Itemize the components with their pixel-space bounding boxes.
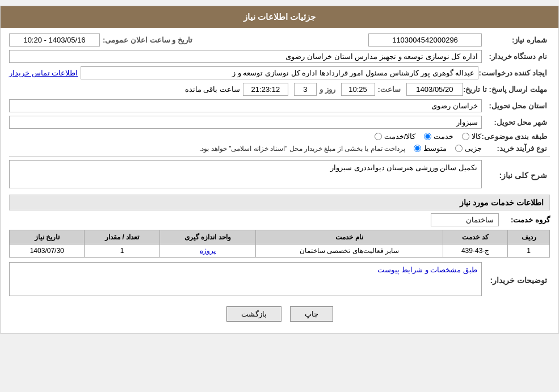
creator-value: عبداله گوهری پور کارشناس مسئول امور قرار… [81, 66, 478, 79]
purchase-option-1-label: متوسط [423, 144, 447, 153]
category-row: طبقه بندی موضوعی: کالا/خدمت خدمت کالا [9, 132, 550, 141]
category-label: طبقه بندی موضوعی: [481, 132, 550, 141]
buyer-notes-value: طبق مشخصات و شرایط پیوست [377, 265, 477, 274]
creator-row: ایجاد کننده درخواست: عبداله گوهری پور کا… [9, 66, 550, 79]
page-wrapper: جزئیات اطلاعات نیاز شماره نیاز: 11030045… [0, 6, 559, 334]
col-unit: واحد اندازه گیری [159, 230, 256, 245]
buyer-org-label: نام دستگاه خریدار: [482, 52, 550, 61]
category-option-1-label: کالا/خدمت [384, 132, 416, 141]
page-title: جزئیات اطلاعات نیاز [243, 12, 316, 22]
back-button[interactable]: بازگشت [226, 306, 281, 322]
col-name: نام خدمت [256, 230, 443, 245]
city-row: شهر محل تحویل: سبزوار [9, 116, 550, 129]
order-number-row: شماره نیاز: 1103004542000296 تاریخ و ساع… [9, 33, 550, 47]
buyer-notes-label: توضیحات خریدار: [482, 276, 550, 285]
purchase-option-1: متوسط [414, 144, 447, 153]
purchase-radio-1[interactable] [414, 145, 421, 152]
description-value: تکمیل سالن ورزشی هنرستان دیوانددری سبزوا… [330, 163, 477, 172]
category-option-3: کالا [462, 132, 481, 141]
category-option-3-label: کالا [472, 132, 481, 141]
send-countdown-value: 21:23:12 [243, 83, 288, 96]
services-table: ردیف کد خدمت نام خدمت واحد اندازه گیری ت… [9, 230, 550, 258]
col-code: کد خدمت [443, 230, 508, 245]
purchase-option-2: جزیی [455, 144, 482, 153]
service-group-row: گروه خدمت: ساختمان [9, 213, 550, 226]
category-option-2: خدمت [424, 132, 453, 141]
buttons-row: چاپ بازگشت [9, 306, 550, 322]
divider-1 [9, 156, 550, 157]
buyer-org-row: نام دستگاه خریدار: اداره کل نوسازی توسعه… [9, 50, 550, 63]
purchase-type-label: نوع فرآیند خرید: [482, 144, 550, 153]
service-group-label: گروه خدمت: [505, 216, 550, 224]
creator-label: ایجاد کننده درخواست: [478, 69, 550, 77]
cell-row: 1 [508, 245, 550, 258]
order-number-value: 1103004542000296 [368, 33, 482, 47]
send-date-value: 1403/05/20 [406, 83, 463, 96]
send-date-label: مهلت ارسال پاسخ: تا تاریخ: [463, 85, 550, 94]
table-header-row: ردیف کد خدمت نام خدمت واحد اندازه گیری ت… [10, 230, 550, 245]
col-row: ردیف [508, 230, 550, 245]
service-group-value: ساختمان [431, 213, 499, 226]
buyer-notes-row: توضیحات خریدار: طبق مشخصات و شرایط پیوست [9, 262, 550, 298]
purchase-type-row: نوع فرآیند خرید: متوسط جزیی پرداخت تمام … [9, 144, 550, 153]
buyer-org-value: اداره کل نوسازی توسعه و تجهیز مدارس استا… [9, 50, 482, 63]
page-header: جزئیات اطلاعات نیاز [1, 6, 558, 28]
city-value: سبزوار [9, 116, 482, 129]
province-row: استان محل تحویل: خراسان رضوی [9, 99, 550, 112]
cell-unit[interactable]: پروژه [159, 245, 256, 258]
cell-code: ج-43-439 [443, 245, 508, 258]
purchase-option-2-label: جزیی [465, 144, 482, 153]
cell-name: سایر فعالیت‌های تخصصی ساختمان [256, 245, 443, 258]
city-label: شهر محل تحویل: [482, 118, 550, 127]
description-section-label: شرح کلی نیاز: [482, 171, 550, 180]
send-day-value: 3 [294, 83, 317, 96]
category-radio-group: کالا/خدمت خدمت کالا [375, 132, 482, 141]
category-radio-2[interactable] [424, 133, 431, 140]
purchase-radio-2[interactable] [455, 145, 463, 152]
table-row: 1 ج-43-439 سایر فعالیت‌های تخصصی ساختمان… [10, 245, 550, 258]
province-value: خراسان رضوی [9, 99, 482, 112]
category-radio-1[interactable] [375, 133, 382, 140]
cell-count: 1 [85, 245, 159, 258]
order-number-label: شماره نیاز: [482, 36, 550, 44]
purchase-note: پرداخت تمام یا بخشی از مبلغ خریدار محل "… [199, 145, 405, 153]
announce-date-label: تاریخ و ساعت اعلان عمومی: [103, 36, 192, 44]
province-label: استان محل تحویل: [482, 102, 550, 110]
col-count: تعداد / مقدار [85, 230, 159, 245]
category-option-2-label: خدمت [434, 132, 453, 141]
services-section-title: اطلاعات خدمات مورد نیاز [9, 195, 550, 210]
col-date: تاریخ نیاز [10, 230, 85, 245]
announce-date-value: 1403/05/16 - 10:20 [9, 33, 100, 47]
category-radio-3[interactable] [462, 133, 469, 140]
creator-link[interactable]: اطلاعات تماس خریدار [9, 69, 78, 77]
send-time-label: ساعت: [378, 85, 401, 94]
send-date-row: مهلت ارسال پاسخ: تا تاریخ: 1403/05/20 سا… [9, 83, 550, 96]
send-time-value: 10:25 [341, 83, 375, 96]
purchase-type-radio-group: متوسط جزیی [414, 144, 482, 153]
send-day-label: روز و [320, 85, 335, 94]
category-option-1: کالا/خدمت [375, 132, 416, 141]
description-row: شرح کلی نیاز: تکمیل سالن ورزشی هنرستان د… [9, 160, 550, 190]
cell-date: 1403/07/30 [10, 245, 85, 258]
page-content: شماره نیاز: 1103004542000296 تاریخ و ساع… [1, 28, 558, 333]
send-remaining-label: ساعت باقی مانده [185, 85, 240, 94]
print-button[interactable]: چاپ [290, 306, 333, 322]
